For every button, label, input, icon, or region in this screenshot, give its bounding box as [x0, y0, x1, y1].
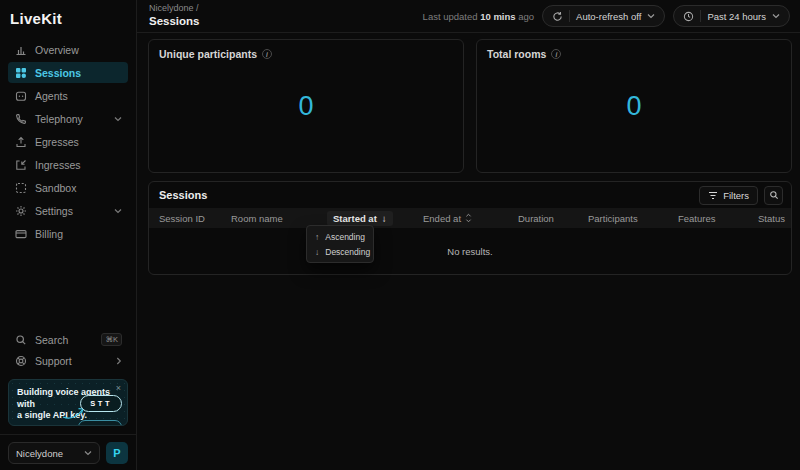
filters-button[interactable]: Filters: [699, 186, 758, 205]
lifebuoy-icon: [14, 355, 27, 367]
project-name: Nicelydone: [16, 448, 63, 459]
column-header-participants[interactable]: Participants: [588, 213, 678, 224]
sidebar-item-billing[interactable]: Billing: [8, 223, 128, 244]
phone-icon: [14, 113, 27, 125]
table-actions: Filters: [699, 186, 783, 205]
stat-card-unique-participants: Unique participants i 0: [148, 39, 464, 173]
search-label: Search: [35, 334, 68, 346]
clock-icon: [683, 11, 694, 22]
close-icon[interactable]: ×: [116, 383, 121, 393]
sort-both-icon: [465, 213, 472, 223]
sidebar-item-label: Agents: [35, 90, 68, 102]
sorted-column-chip: Started at ↓: [327, 211, 393, 226]
table-title: Sessions: [159, 189, 207, 201]
sidebar-item-label: Egresses: [35, 136, 79, 148]
app-window: LiveKit Overview Sessions Agents: [0, 0, 800, 470]
search-icon: [769, 190, 779, 200]
sidebar-item-egresses[interactable]: Egresses: [8, 131, 128, 152]
chevron-down-icon: [84, 450, 92, 456]
keyboard-shortcut-badge: ⌘K: [101, 333, 122, 346]
sessions-table-card: Sessions Filters: [148, 181, 792, 275]
table-header-row: Session ID Room name Started at ↓ Ended …: [149, 208, 791, 228]
chevron-down-icon: [114, 208, 122, 214]
stats-row: Unique participants i 0 Total rooms i 0: [148, 39, 792, 173]
breadcrumb: Nicelydone / Sessions: [149, 3, 200, 28]
sandbox-icon: [14, 182, 27, 194]
chevron-down-icon: [114, 116, 122, 122]
main-area: Nicelydone / Sessions Last updated 10 mi…: [137, 0, 800, 470]
sidebar-item-label: Billing: [35, 228, 63, 240]
sidebar-item-settings[interactable]: Settings: [8, 200, 128, 221]
avatar[interactable]: P: [106, 442, 128, 464]
column-header-room-name[interactable]: Room name: [231, 213, 327, 224]
sidebar-item-label: Settings: [35, 205, 73, 217]
search-icon: [14, 334, 27, 346]
grid-icon: [14, 67, 27, 79]
hidden-badge: [78, 420, 122, 426]
last-updated-text: Last updated 10 mins ago: [423, 11, 534, 22]
column-header-started-at[interactable]: Started at ↓: [327, 211, 423, 226]
sidebar: LiveKit Overview Sessions Agents: [0, 0, 137, 470]
sidebar-item-agents[interactable]: Agents: [8, 85, 128, 106]
sidebar-item-label: Sessions: [35, 67, 81, 79]
arrow-up-icon: ↑: [315, 232, 319, 242]
stat-value: 0: [149, 40, 463, 172]
refresh-icon: [552, 11, 563, 22]
sort-descending-icon: ↓: [382, 213, 387, 224]
search-button[interactable]: [764, 186, 783, 205]
column-header-features[interactable]: Features: [678, 213, 758, 224]
sidebar-item-label: Telephony: [35, 113, 83, 125]
auto-refresh-label: Auto-refresh off: [576, 11, 641, 22]
last-updated-value: 10 mins: [480, 11, 515, 22]
sidebar-item-ingresses[interactable]: Ingresses: [8, 154, 128, 175]
sidebar-item-label: Ingresses: [35, 159, 81, 171]
sidebar-nav: Overview Sessions Agents Telephony: [8, 39, 128, 244]
support-label: Support: [35, 355, 72, 367]
breadcrumb-separator: /: [196, 3, 199, 13]
sidebar-item-telephony[interactable]: Telephony: [8, 108, 128, 129]
stat-value: 0: [477, 40, 791, 172]
menu-item-ascending[interactable]: ↑ Ascending: [310, 229, 370, 244]
filters-label: Filters: [723, 190, 749, 201]
page-title: Sessions: [149, 15, 200, 29]
stt-badge[interactable]: STT: [80, 395, 122, 412]
sidebar-item-overview[interactable]: Overview: [8, 39, 128, 60]
sidebar-item-search[interactable]: Search ⌘K: [8, 329, 128, 350]
time-range-button[interactable]: Past 24 hours: [673, 5, 790, 27]
divider: [569, 10, 570, 22]
arrow-down-icon: ↓: [315, 247, 319, 257]
table-empty-state: No results.: [149, 228, 791, 274]
sidebar-item-label: Overview: [35, 44, 79, 56]
upload-icon: [14, 136, 27, 148]
column-header-ended-at[interactable]: Ended at: [423, 213, 518, 224]
sidebar-item-label: Sandbox: [35, 182, 76, 194]
table-title-row: Sessions Filters: [149, 182, 791, 206]
sidebar-item-sandbox[interactable]: Sandbox: [8, 177, 128, 198]
robot-icon: [14, 90, 27, 102]
chevron-down-icon: [647, 13, 655, 19]
sidebar-spacer: [8, 244, 128, 329]
time-range-label: Past 24 hours: [707, 11, 766, 22]
project-select[interactable]: Nicelydone: [8, 442, 100, 464]
page-content: Unique participants i 0 Total rooms i 0 …: [137, 33, 800, 275]
divider: [700, 10, 701, 22]
breadcrumb-project[interactable]: Nicelydone: [149, 3, 194, 13]
promo-card[interactable]: × Building voice agents with a single AP…: [8, 379, 128, 426]
credit-card-icon: [14, 228, 27, 240]
livekit-logo: LiveKit: [8, 8, 128, 39]
topbar: Nicelydone / Sessions Last updated 10 mi…: [137, 0, 800, 33]
column-header-duration[interactable]: Duration: [518, 213, 588, 224]
stat-card-total-rooms: Total rooms i 0: [476, 39, 792, 173]
menu-item-descending[interactable]: ↓ Descending: [310, 244, 370, 259]
project-switcher-row: Nicelydone P: [0, 434, 136, 464]
auto-refresh-button[interactable]: Auto-refresh off: [542, 5, 665, 27]
sidebar-item-support[interactable]: Support: [8, 350, 128, 371]
column-header-status[interactable]: Status: [758, 213, 791, 224]
column-header-session-id[interactable]: Session ID: [159, 213, 231, 224]
sidebar-item-sessions[interactable]: Sessions: [8, 62, 128, 83]
gear-icon: [14, 205, 27, 217]
chevron-down-icon: [772, 13, 780, 19]
ingress-icon: [14, 159, 27, 171]
sort-dropdown-menu: ↑ Ascending ↓ Descending: [306, 225, 374, 263]
filter-icon: [708, 191, 718, 200]
